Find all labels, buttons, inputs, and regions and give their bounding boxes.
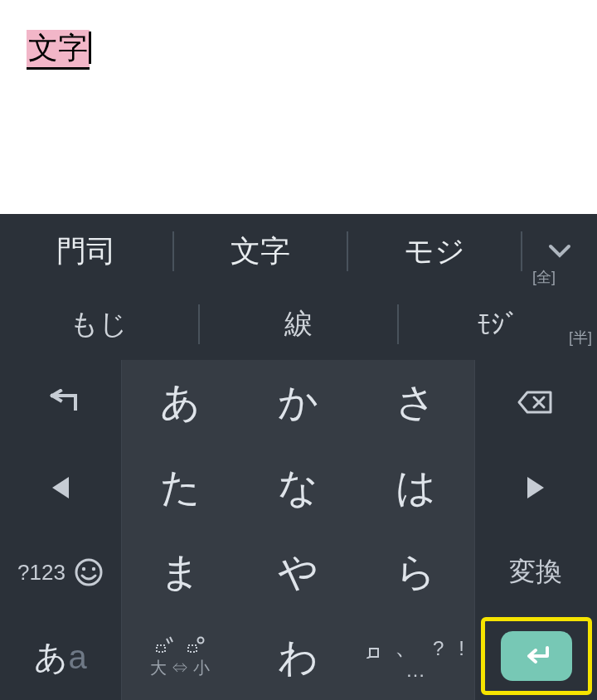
expand-candidates-button[interactable]	[522, 243, 597, 260]
exclaim-label: !	[459, 639, 464, 659]
touten-label: 、	[395, 635, 418, 659]
cursor-right-key[interactable]	[474, 445, 597, 531]
candidate-bottom-0[interactable]: もじ	[0, 305, 198, 343]
key-ka[interactable]: か	[239, 360, 357, 445]
henkan-key[interactable]: 変換	[474, 530, 597, 615]
size-toggle-label: 大 ⇔ 小	[150, 657, 209, 679]
svg-point-5	[198, 638, 204, 644]
enter-key[interactable]	[501, 631, 572, 681]
dakuten-icon	[155, 635, 173, 654]
svg-rect-4	[188, 645, 197, 652]
composing-text: 文字	[27, 30, 90, 70]
language-toggle-key[interactable]: あa	[0, 615, 121, 701]
candidate-top-2[interactable]: モジ [全]	[348, 231, 521, 272]
candidate-row-top: 門司 文字 モジ [全]	[0, 214, 597, 289]
delete-key[interactable]	[474, 360, 597, 445]
candidate-top-1[interactable]: 文字	[174, 231, 347, 272]
svg-rect-6	[370, 649, 378, 657]
kuten-icon	[366, 644, 380, 659]
svg-point-1	[82, 567, 85, 571]
key-ma[interactable]: ま	[121, 530, 239, 615]
svg-rect-3	[157, 645, 165, 652]
divider	[474, 360, 475, 700]
text-input-area[interactable]: 文字	[0, 0, 597, 214]
punctuation-key[interactable]: 、 ? ! …	[357, 615, 474, 701]
candidate-row-bottom: もじ 綟 ﾓｼﾞ [半]	[0, 289, 597, 360]
candidate-label: モジ	[404, 231, 465, 272]
emoji-icon	[74, 557, 104, 587]
candidate-top-0[interactable]: 門司	[0, 231, 172, 272]
fullwidth-badge: [全]	[532, 267, 556, 287]
chevron-down-icon	[548, 243, 571, 260]
key-sa[interactable]: さ	[357, 360, 474, 445]
ime-keyboard: 門司 文字 モジ [全] もじ 綟 ﾓｼﾞ [半] あ	[0, 214, 597, 700]
delete-icon	[517, 389, 554, 416]
symbols-emoji-key[interactable]: ?123	[0, 530, 121, 615]
dakuten-size-key[interactable]: 大 ⇔ 小	[121, 615, 239, 701]
key-na[interactable]: な	[239, 445, 357, 531]
key-ha[interactable]: は	[357, 445, 474, 531]
undo-icon	[41, 389, 80, 416]
candidate-bottom-1[interactable]: 綟	[200, 305, 398, 343]
key-ya[interactable]: や	[239, 530, 357, 615]
undo-key[interactable]	[0, 360, 121, 445]
triangle-left-icon	[52, 477, 69, 498]
cursor-left-key[interactable]	[0, 445, 121, 531]
key-a[interactable]: あ	[121, 360, 239, 445]
divider	[121, 360, 122, 700]
numsym-label: ?123	[17, 560, 66, 586]
candidate-bottom-2[interactable]: ﾓｼﾞ [半]	[399, 309, 597, 341]
key-ra[interactable]: ら	[357, 530, 474, 615]
halfwidth-badge: [半]	[569, 328, 592, 348]
candidate-label: ﾓｼﾞ	[477, 309, 519, 341]
lang-en-label: a	[68, 639, 86, 675]
triangle-right-icon	[527, 477, 544, 498]
punct-row-top: 、 ? !	[366, 635, 464, 659]
svg-point-0	[76, 560, 101, 585]
lang-jp-label: あ	[34, 639, 68, 675]
dakuten-icons	[155, 635, 205, 654]
question-label: ?	[433, 639, 444, 659]
key-wa[interactable]: わ	[239, 615, 357, 701]
handakuten-icon	[187, 635, 205, 654]
svg-point-2	[92, 567, 95, 571]
enter-icon	[521, 644, 552, 668]
enter-key-highlight	[481, 617, 592, 695]
ellipsis-label: …	[405, 660, 425, 680]
key-ta[interactable]: た	[121, 445, 239, 531]
